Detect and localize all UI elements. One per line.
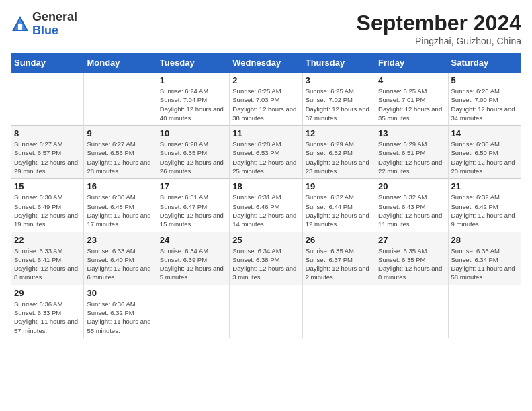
day-number: 5 — [451, 75, 518, 85]
table-row: 15Sunrise: 6:30 AMSunset: 6:49 PMDayligh… — [11, 179, 84, 232]
header-saturday: Saturday — [448, 54, 521, 73]
day-info: Sunrise: 6:35 AMSunset: 6:35 PMDaylight:… — [378, 246, 445, 282]
day-info: Sunrise: 6:32 AMSunset: 6:42 PMDaylight:… — [451, 193, 518, 228]
day-info: Sunrise: 6:25 AMSunset: 7:03 PMDaylight:… — [232, 87, 299, 122]
day-number: 15 — [14, 181, 81, 191]
header: General Blue September 2024 Pingzhai, Gu… — [11, 11, 521, 46]
table-row — [302, 285, 375, 338]
calendar-container: General Blue September 2024 Pingzhai, Gu… — [0, 0, 532, 411]
table-row: 3Sunrise: 6:25 AMSunset: 7:02 PMDaylight… — [302, 73, 375, 126]
logo-icon — [11, 15, 30, 34]
day-number: 22 — [14, 235, 81, 245]
day-info: Sunrise: 6:30 AMSunset: 6:49 PMDaylight:… — [14, 193, 81, 228]
day-info: Sunrise: 6:28 AMSunset: 6:55 PMDaylight:… — [160, 140, 226, 175]
day-number: 25 — [232, 235, 299, 245]
calendar-row: 29Sunrise: 6:36 AMSunset: 6:33 PMDayligh… — [11, 285, 521, 338]
day-info: Sunrise: 6:36 AMSunset: 6:33 PMDaylight:… — [14, 300, 81, 335]
day-number: 27 — [378, 235, 445, 245]
day-number: 19 — [306, 181, 372, 191]
table-row: 16Sunrise: 6:30 AMSunset: 6:48 PMDayligh… — [84, 179, 157, 232]
calendar-table: Sunday Monday Tuesday Wednesday Thursday… — [11, 53, 521, 338]
day-info: Sunrise: 6:24 AMSunset: 7:04 PMDaylight:… — [160, 87, 226, 122]
table-row: 12Sunrise: 6:29 AMSunset: 6:52 PMDayligh… — [302, 126, 375, 179]
table-row: 29Sunrise: 6:36 AMSunset: 6:33 PMDayligh… — [11, 285, 84, 338]
day-info: Sunrise: 6:25 AMSunset: 7:01 PMDaylight:… — [378, 87, 445, 122]
table-row: 11Sunrise: 6:28 AMSunset: 6:53 PMDayligh… — [230, 126, 302, 179]
day-number: 23 — [87, 235, 153, 245]
header-sunday: Sunday — [11, 54, 84, 73]
location: Pingzhai, Guizhou, China — [357, 36, 521, 46]
table-row: 28Sunrise: 6:35 AMSunset: 6:34 PMDayligh… — [448, 232, 521, 285]
day-number: 4 — [378, 75, 445, 85]
day-info: Sunrise: 6:35 AMSunset: 6:37 PMDaylight:… — [306, 246, 372, 282]
logo-text: General Blue — [32, 11, 77, 38]
day-info: Sunrise: 6:31 AMSunset: 6:46 PMDaylight:… — [232, 193, 299, 228]
day-info: Sunrise: 6:30 AMSunset: 6:48 PMDaylight:… — [87, 193, 153, 228]
day-number: 17 — [160, 181, 226, 191]
svg-rect-2 — [18, 24, 22, 30]
table-row: 25Sunrise: 6:34 AMSunset: 6:38 PMDayligh… — [230, 232, 302, 285]
table-row — [84, 73, 157, 126]
day-info: Sunrise: 6:33 AMSunset: 6:40 PMDaylight:… — [87, 246, 153, 282]
day-info: Sunrise: 6:29 AMSunset: 6:52 PMDaylight:… — [306, 140, 372, 175]
day-info: Sunrise: 6:32 AMSunset: 6:44 PMDaylight:… — [306, 193, 372, 228]
day-info: Sunrise: 6:31 AMSunset: 6:47 PMDaylight:… — [160, 193, 226, 228]
day-info: Sunrise: 6:25 AMSunset: 7:02 PMDaylight:… — [306, 87, 372, 122]
day-info: Sunrise: 6:29 AMSunset: 6:51 PMDaylight:… — [378, 140, 445, 175]
table-row — [11, 73, 84, 126]
day-number: 2 — [232, 75, 299, 85]
day-info: Sunrise: 6:27 AMSunset: 6:57 PMDaylight:… — [14, 140, 81, 175]
calendar-body: 1Sunrise: 6:24 AMSunset: 7:04 PMDaylight… — [11, 73, 521, 338]
table-row: 13Sunrise: 6:29 AMSunset: 6:51 PMDayligh… — [375, 126, 448, 179]
table-row: 9Sunrise: 6:27 AMSunset: 6:56 PMDaylight… — [84, 126, 157, 179]
table-row: 2Sunrise: 6:25 AMSunset: 7:03 PMDaylight… — [230, 73, 302, 126]
day-info: Sunrise: 6:32 AMSunset: 6:43 PMDaylight:… — [378, 193, 445, 228]
day-number: 29 — [14, 288, 81, 298]
day-number: 13 — [378, 128, 445, 138]
title-section: September 2024 Pingzhai, Guizhou, China — [357, 11, 521, 46]
table-row: 10Sunrise: 6:28 AMSunset: 6:55 PMDayligh… — [157, 126, 229, 179]
header-friday: Friday — [375, 54, 448, 73]
table-row — [448, 285, 521, 338]
day-number: 24 — [160, 235, 226, 245]
day-info: Sunrise: 6:34 AMSunset: 6:39 PMDaylight:… — [160, 246, 226, 282]
day-number: 3 — [306, 75, 372, 85]
table-row: 22Sunrise: 6:33 AMSunset: 6:41 PMDayligh… — [11, 232, 84, 285]
table-row: 26Sunrise: 6:35 AMSunset: 6:37 PMDayligh… — [302, 232, 375, 285]
table-row: 1Sunrise: 6:24 AMSunset: 7:04 PMDaylight… — [157, 73, 229, 126]
day-info: Sunrise: 6:35 AMSunset: 6:34 PMDaylight:… — [451, 246, 518, 282]
table-row — [375, 285, 448, 338]
day-number: 26 — [306, 235, 372, 245]
day-number: 30 — [87, 288, 153, 298]
day-number: 21 — [451, 181, 518, 191]
table-row: 24Sunrise: 6:34 AMSunset: 6:39 PMDayligh… — [157, 232, 229, 285]
logo-blue-text: Blue — [32, 24, 77, 38]
header-tuesday: Tuesday — [157, 54, 229, 73]
table-row: 14Sunrise: 6:30 AMSunset: 6:50 PMDayligh… — [448, 126, 521, 179]
table-row: 17Sunrise: 6:31 AMSunset: 6:47 PMDayligh… — [157, 179, 229, 232]
calendar-row: 15Sunrise: 6:30 AMSunset: 6:49 PMDayligh… — [11, 179, 521, 232]
header-monday: Monday — [84, 54, 157, 73]
table-row: 27Sunrise: 6:35 AMSunset: 6:35 PMDayligh… — [375, 232, 448, 285]
day-number: 10 — [160, 128, 226, 138]
day-info: Sunrise: 6:27 AMSunset: 6:56 PMDaylight:… — [87, 140, 153, 175]
header-thursday: Thursday — [302, 54, 375, 73]
header-wednesday: Wednesday — [230, 54, 302, 73]
day-info: Sunrise: 6:33 AMSunset: 6:41 PMDaylight:… — [14, 246, 81, 282]
day-number: 18 — [232, 181, 299, 191]
logo: General Blue — [11, 11, 77, 38]
table-row: 5Sunrise: 6:26 AMSunset: 7:00 PMDaylight… — [448, 73, 521, 126]
calendar-row: 22Sunrise: 6:33 AMSunset: 6:41 PMDayligh… — [11, 232, 521, 285]
table-row: 23Sunrise: 6:33 AMSunset: 6:40 PMDayligh… — [84, 232, 157, 285]
table-row: 4Sunrise: 6:25 AMSunset: 7:01 PMDaylight… — [375, 73, 448, 126]
day-info: Sunrise: 6:28 AMSunset: 6:53 PMDaylight:… — [232, 140, 299, 175]
day-number: 8 — [14, 128, 81, 138]
table-row: 20Sunrise: 6:32 AMSunset: 6:43 PMDayligh… — [375, 179, 448, 232]
table-row: 30Sunrise: 6:36 AMSunset: 6:32 PMDayligh… — [84, 285, 157, 338]
table-row — [157, 285, 229, 338]
table-row: 19Sunrise: 6:32 AMSunset: 6:44 PMDayligh… — [302, 179, 375, 232]
day-number: 28 — [451, 235, 518, 245]
day-number: 16 — [87, 181, 153, 191]
calendar-row: 8Sunrise: 6:27 AMSunset: 6:57 PMDaylight… — [11, 126, 521, 179]
day-info: Sunrise: 6:26 AMSunset: 7:00 PMDaylight:… — [451, 87, 518, 122]
